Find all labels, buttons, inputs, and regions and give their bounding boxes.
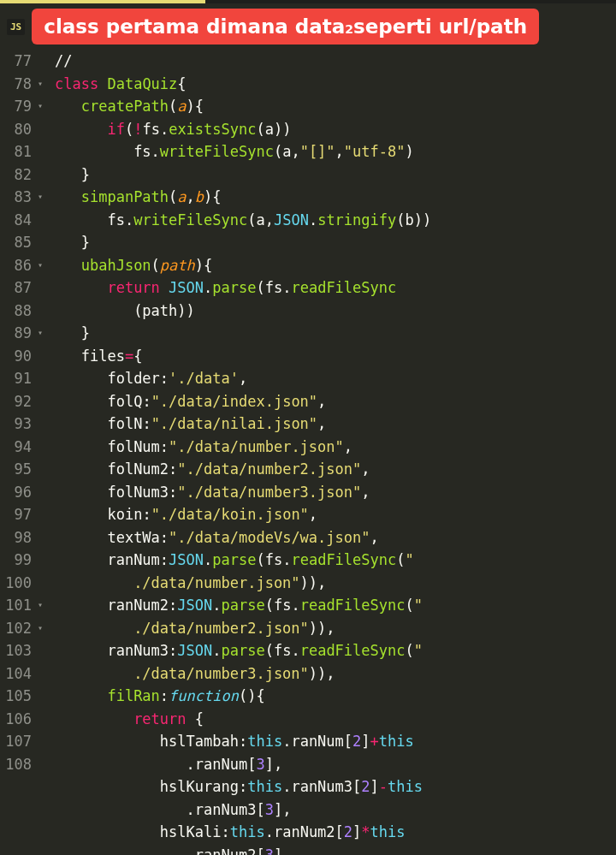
code-editor[interactable]: 7778▾79▾80818283▾848586▾878889▾909192939… xyxy=(0,50,616,855)
code-line: simpanPath(a,b){ xyxy=(55,186,616,209)
line-number: 95 xyxy=(0,458,43,481)
code-line: return JSON.parse(fs.readFileSync xyxy=(55,276,616,300)
code-line: class DataQuiz{ xyxy=(55,73,616,96)
line-number: 89▾ xyxy=(0,322,43,345)
line-number: 101▾ xyxy=(0,594,43,617)
code-line: folQ:"./data/index.json", xyxy=(55,390,616,413)
code-line: } xyxy=(55,231,616,254)
line-number: 108 xyxy=(0,753,43,776)
fold-icon[interactable]: ▾ xyxy=(34,594,43,617)
line-number: 92 xyxy=(0,390,43,413)
line-number: 83▾ xyxy=(0,186,43,209)
line-number: 85 xyxy=(0,231,43,254)
js-file-icon: JS xyxy=(7,19,25,35)
annotation-banner: class pertama dimana data2 seperti url/p… xyxy=(32,9,539,45)
line-number: 88 xyxy=(0,300,43,323)
line-number: 103 xyxy=(0,639,43,662)
code-line: textWa:"./data/modeVs/wa.json", xyxy=(55,526,616,549)
line-number: 105 xyxy=(0,685,43,708)
line-number-gutter: 7778▾79▾80818283▾848586▾878889▾909192939… xyxy=(0,50,51,855)
code-line: koin:"./data/koin.json", xyxy=(55,503,616,526)
code-line: filRan:function(){ xyxy=(55,685,616,708)
code-line: fs.writeFileSync(a,"[]","utf-8") xyxy=(55,140,616,163)
code-line: folder:'./data', xyxy=(55,367,616,390)
code-line: } xyxy=(55,322,616,345)
code-line: (path)) xyxy=(55,300,616,323)
code-line: fs.writeFileSync(a,JSON.stringify(b)) xyxy=(55,209,616,232)
banner-text-prefix: class pertama dimana data xyxy=(44,15,345,38)
line-number: 93 xyxy=(0,413,43,436)
code-line: } xyxy=(55,163,616,187)
line-number: 90 xyxy=(0,345,43,368)
line-number: 79▾ xyxy=(0,95,43,118)
line-number: 94 xyxy=(0,436,43,459)
line-number: 80 xyxy=(0,118,43,141)
code-line: ranNum:JSON.parse(fs.readFileSync(" xyxy=(55,549,616,572)
code-line: hslKurang:this.ranNum3[2]-this xyxy=(55,775,616,799)
code-line: // xyxy=(55,50,616,73)
code-line: ./data/number3.json")), xyxy=(55,662,616,686)
code-line: folNum3:"./data/number3.json", xyxy=(55,481,616,504)
code-line: hslKali:this.ranNum2[2]*this xyxy=(55,821,616,844)
line-number: 82 xyxy=(0,163,43,187)
code-line: ranNum2:JSON.parse(fs.readFileSync(" xyxy=(55,594,616,617)
line-number: 77 xyxy=(0,50,43,73)
code-line: ranNum3:JSON.parse(fs.readFileSync(" xyxy=(55,639,616,662)
line-number: 96 xyxy=(0,481,43,504)
line-number: 78▾ xyxy=(0,73,43,96)
editor-header: JS class pertama dimana data2 seperti ur… xyxy=(0,3,616,50)
code-content[interactable]: //class DataQuiz{ createPath(a){ if(!fs.… xyxy=(51,50,616,855)
line-number: 98 xyxy=(0,526,43,549)
code-line: if(!fs.existsSync(a)) xyxy=(55,118,616,141)
line-number: 81 xyxy=(0,140,43,163)
code-line: folNum2:"./data/number2.json", xyxy=(55,458,616,481)
fold-icon[interactable]: ▾ xyxy=(34,322,43,345)
code-line: createPath(a){ xyxy=(55,95,616,118)
code-line: ./data/number.json")), xyxy=(55,572,616,595)
banner-text-suffix: seperti url/path xyxy=(353,15,527,38)
line-number: 91 xyxy=(0,367,43,390)
line-number: 107 xyxy=(0,730,43,753)
fold-icon[interactable]: ▾ xyxy=(34,254,43,277)
banner-superscript: 2 xyxy=(345,22,353,36)
code-line: .ranNum[3], xyxy=(55,753,616,776)
fold-icon[interactable]: ▾ xyxy=(34,73,43,96)
line-number: 102▾ xyxy=(0,617,43,640)
line-number: 106 xyxy=(0,708,43,731)
code-line: files={ xyxy=(55,345,616,368)
active-tab-indicator xyxy=(0,0,205,3)
fold-icon[interactable]: ▾ xyxy=(34,186,43,209)
line-number: 86▾ xyxy=(0,254,43,277)
line-number: 97 xyxy=(0,503,43,526)
code-line: hslTambah:this.ranNum[2]+this xyxy=(55,730,616,753)
line-number: 100 xyxy=(0,572,43,595)
fold-icon[interactable]: ▾ xyxy=(34,95,43,118)
code-line: return { xyxy=(55,708,616,731)
fold-icon[interactable]: ▾ xyxy=(34,617,43,640)
code-line: ubahJson(path){ xyxy=(55,254,616,277)
line-number: 87 xyxy=(0,276,43,300)
line-number: 104 xyxy=(0,662,43,686)
code-line: .ranNum2[3], xyxy=(55,844,616,856)
line-number: 99 xyxy=(0,549,43,572)
code-line: ./data/number2.json")), xyxy=(55,617,616,640)
code-line: folNum:"./data/number.json", xyxy=(55,436,616,459)
line-number: 84 xyxy=(0,209,43,232)
code-line: folN:"./data/nilai.json", xyxy=(55,413,616,436)
code-line: .ranNum3[3], xyxy=(55,799,616,822)
